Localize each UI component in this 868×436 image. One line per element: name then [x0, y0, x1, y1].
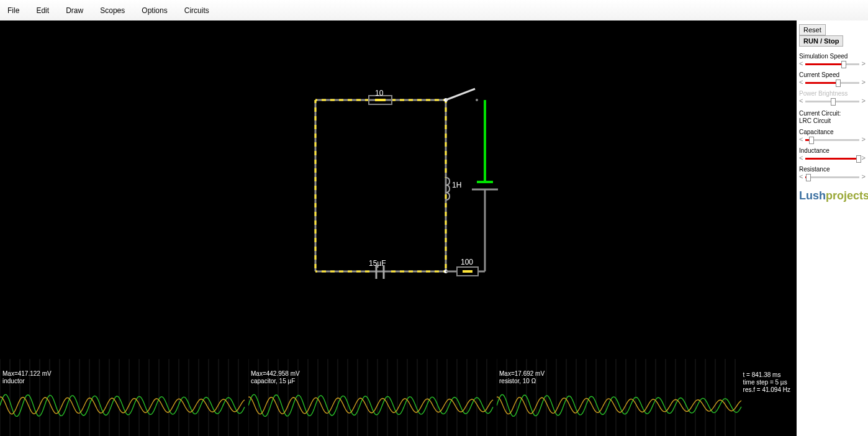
- scope-name: inductor: [2, 378, 25, 385]
- svg-rect-10: [388, 271, 446, 273]
- scope-resistor[interactable]: Max=17.692 mV resistor, 10 Ω ⚙: [497, 347, 742, 436]
- scope-max: Max=417.122 mV: [2, 370, 52, 378]
- label-capacitor: 15µF: [369, 259, 386, 268]
- slider-track: < >: [799, 98, 866, 105]
- scope-inductor[interactable]: Max=417.122 mV inductor ⚙: [0, 347, 245, 436]
- scope-name: resistor, 10 Ω: [499, 378, 536, 385]
- svg-rect-9: [315, 271, 371, 273]
- label-r-bottom: 100: [461, 258, 473, 266]
- logo[interactable]: Lushprojects: [799, 189, 868, 202]
- svg-rect-7: [392, 99, 446, 101]
- svg-point-20: [476, 99, 478, 101]
- svg-line-19: [446, 89, 475, 100]
- sim-resfreq: res.f = 41.094 Hz: [743, 386, 790, 394]
- scope-name: capacitor, 15 µF: [251, 378, 295, 385]
- slider-power-brightness: Power Brightness < >: [799, 90, 866, 105]
- simulation-info: t = 841.38 ms time step = 5 µs res.f = 4…: [743, 371, 790, 394]
- menu-scopes[interactable]: Scopes: [93, 0, 132, 15]
- slider-track[interactable]: < >: [799, 155, 866, 162]
- slider-label: Inductance: [799, 147, 866, 154]
- svg-rect-6: [315, 99, 368, 101]
- label-inductor: 1H: [452, 181, 461, 189]
- label-r-top: 10: [375, 89, 383, 98]
- slider-track[interactable]: < >: [799, 136, 866, 143]
- slider-label: Current Speed: [799, 71, 866, 78]
- slider-label: Power Brightness: [799, 90, 866, 97]
- scope-plot: [497, 347, 742, 436]
- scope-capacitor[interactable]: Max=442.958 mV capacitor, 15 µF ⚙: [248, 347, 494, 436]
- slider-track[interactable]: < >: [799, 60, 866, 68]
- menu-draw[interactable]: Draw: [58, 0, 91, 15]
- circuit-diagram[interactable]: [0, 20, 797, 347]
- slider-track[interactable]: < >: [799, 173, 866, 181]
- slider-inductance[interactable]: Inductance < >: [799, 147, 866, 162]
- simulation-canvas[interactable]: 10 1H 15µF 100 Max=417.122 mV inductor ⚙…: [0, 20, 797, 436]
- run-stop-button[interactable]: RUN / Stop: [799, 35, 843, 47]
- scope-plot: [248, 347, 494, 436]
- slider-label: Resistance: [799, 166, 866, 173]
- slider-capacitance[interactable]: Capacitance < >: [799, 129, 866, 143]
- slider-label: Capacitance: [799, 129, 866, 135]
- current-circuit-label: Current Circuit:LRC Circuit: [799, 110, 866, 125]
- menu-circuits[interactable]: Circuits: [177, 0, 217, 15]
- svg-rect-14: [375, 99, 386, 101]
- slider-track[interactable]: < >: [799, 79, 866, 86]
- scope-max: Max=442.958 mV: [251, 370, 300, 378]
- menu-bar: File Edit Draw Scopes Options Circuits: [0, 0, 868, 21]
- svg-rect-28: [463, 270, 472, 273]
- slider-resistance[interactable]: Resistance < >: [799, 166, 866, 181]
- scope-plot: [0, 347, 245, 436]
- sim-timestep: time step = 5 µs: [743, 379, 790, 386]
- scope-max: Max=17.692 mV: [499, 370, 545, 378]
- svg-rect-8: [315, 100, 317, 271]
- slider-current-speed[interactable]: Current Speed < >: [799, 71, 866, 86]
- sim-time: t = 841.38 ms: [743, 371, 790, 379]
- svg-rect-11: [445, 100, 447, 178]
- reset-button[interactable]: Reset: [799, 24, 826, 35]
- menu-options[interactable]: Options: [134, 0, 174, 15]
- control-panel: Reset RUN / Stop Simulation Speed < > Cu…: [797, 20, 868, 436]
- slider-simulation-speed[interactable]: Simulation Speed < >: [799, 53, 866, 68]
- menu-file[interactable]: File: [0, 0, 27, 15]
- slider-label: Simulation Speed: [799, 53, 866, 60]
- menu-edit[interactable]: Edit: [29, 0, 57, 15]
- svg-rect-12: [445, 194, 447, 271]
- scope-area: Max=417.122 mV inductor ⚙ Max=442.958 mV…: [0, 347, 797, 436]
